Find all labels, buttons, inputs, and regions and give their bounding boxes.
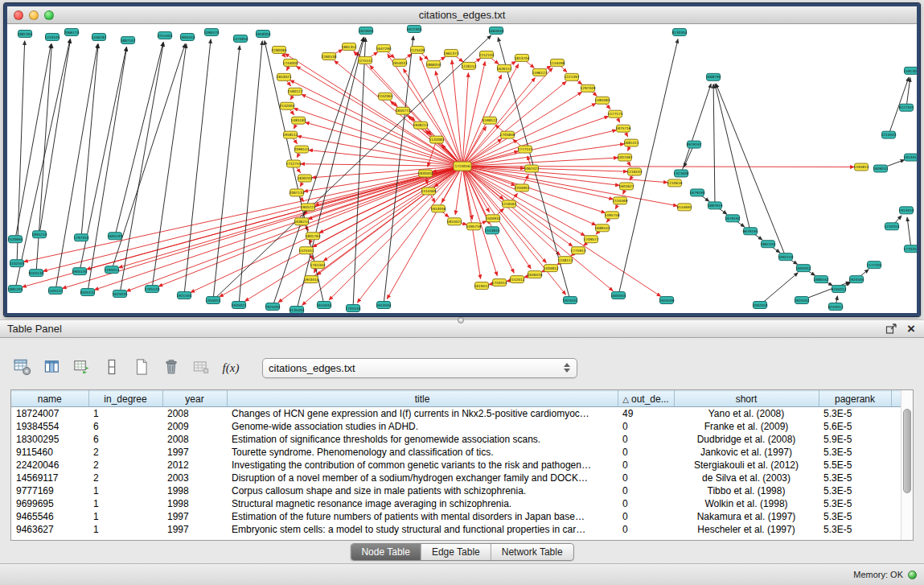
graph-node[interactable]: 2142004: [279, 102, 294, 109]
graph-node[interactable]: 1913450: [898, 207, 914, 214]
graph-node[interactable]: 1177205: [866, 262, 881, 269]
window-close-button[interactable]: [14, 10, 23, 20]
window-titlebar[interactable]: citations_edges.txt: [7, 6, 917, 24]
graph-node[interactable]: 1861504: [760, 241, 775, 248]
graph-node[interactable]: 2275141: [357, 56, 372, 64]
graph-node[interactable]: 1712755: [285, 160, 301, 167]
table-row[interactable]: 946362711997Embryonic stem cells: a mode…: [11, 523, 901, 536]
window-minimize-button[interactable]: [29, 10, 39, 20]
graph-node[interactable]: 1154469: [612, 197, 627, 204]
graph-node[interactable]: 2066170: [64, 28, 79, 35]
graph-node[interactable]: 1924502: [794, 297, 809, 304]
graph-node[interactable]: 1866050: [425, 60, 441, 68]
graph-node[interactable]: 1321608: [673, 170, 688, 177]
graph-node[interactable]: 1601627: [618, 183, 634, 190]
graph-node[interactable]: 1404812: [543, 265, 558, 272]
table-row[interactable]: 969969511998Structural magnetic resonanc…: [11, 497, 901, 510]
table-row[interactable]: 911546021997Tourette syndrome. Phenomeno…: [11, 446, 901, 459]
graph-node[interactable]: 1905723: [300, 204, 315, 211]
graph-node[interactable]: 1861352: [341, 43, 356, 50]
graph-node[interactable]: 1598122: [482, 117, 497, 124]
graph-node[interactable]: 9245013: [827, 303, 843, 311]
graph-node[interactable]: 1680542: [813, 276, 828, 283]
panel-resize-grip[interactable]: [458, 317, 464, 323]
table-row[interactable]: 1830029562008Estimation of significance …: [11, 433, 901, 446]
graph-node[interactable]: 1226152: [461, 62, 476, 69]
graph-node[interactable]: 9505130: [28, 270, 43, 277]
graph-node[interactable]: 1446287: [91, 33, 106, 40]
graph-node[interactable]: 1770354: [903, 245, 917, 253]
graph-node[interactable]: 1646416: [527, 271, 542, 278]
graph-node[interactable]: 1577175: [607, 110, 622, 117]
graph-node[interactable]: 1797310: [73, 234, 88, 241]
graph-node[interactable]: 1636214: [294, 218, 309, 225]
tab-node-table[interactable]: Node Table: [351, 544, 421, 560]
table-options-button[interactable]: [11, 356, 34, 379]
graph-node[interactable]: 1913453: [903, 154, 917, 161]
graph-node[interactable]: 1210354: [884, 223, 899, 230]
graph-node[interactable]: 1154498: [549, 59, 565, 66]
column-header-in_degree[interactable]: in_degree: [88, 391, 162, 407]
tab-network-table[interactable]: Network Table: [491, 544, 573, 560]
graph-node[interactable]: 1844772: [395, 107, 410, 114]
graph-node[interactable]: 1297349: [580, 84, 595, 92]
choose-columns-button[interactable]: [41, 356, 64, 379]
graph-node[interactable]: 2520695: [7, 236, 23, 243]
column-header-out_degree[interactable]: △out_de...: [618, 391, 674, 407]
graph-node[interactable]: 1626157: [496, 64, 511, 72]
graph-node[interactable]: 2242063: [377, 93, 392, 100]
graph-node[interactable]: 7925404: [265, 303, 280, 311]
graph-node[interactable]: 1875716: [615, 125, 630, 132]
graph-node[interactable]: 9245012: [831, 286, 846, 293]
graph-node[interactable]: 9135404: [289, 307, 304, 313]
graph-node[interactable]: 1092450: [752, 302, 767, 309]
column-header-year[interactable]: year: [162, 391, 227, 407]
graph-node[interactable]: 2152412: [509, 276, 524, 283]
graph-node[interactable]: 1824604: [358, 27, 373, 34]
graph-node[interactable]: 1668794: [705, 73, 721, 80]
graph-node[interactable]: 8130304: [671, 28, 687, 35]
graph-node[interactable]: 9154691: [676, 204, 692, 211]
graph-node[interactable]: 1591304: [903, 67, 917, 74]
graph-node[interactable]: 1881304: [17, 30, 32, 37]
graph-node[interactable]: 1210616: [667, 179, 682, 187]
graph-node[interactable]: 1761344: [310, 262, 325, 269]
table-row[interactable]: 1938455462009Genome-wide association stu…: [11, 420, 901, 433]
graph-node[interactable]: 1619412: [474, 282, 489, 290]
graph-node[interactable]: 1505137: [47, 287, 63, 295]
graph-node[interactable]: 1615044: [316, 302, 331, 309]
graph-node[interactable]: 1474850: [232, 35, 248, 42]
graph-node[interactable]: 1681411: [623, 139, 639, 146]
graph-node[interactable]: 1709577: [583, 236, 598, 243]
graph-node[interactable]: 1904410: [179, 33, 195, 40]
column-header-title[interactable]: title: [227, 391, 618, 407]
graph-node[interactable]: 1830202: [297, 175, 312, 182]
table-row[interactable]: 1872400712008Changes of HCN gene express…: [11, 407, 901, 421]
graph-node[interactable]: 1092150: [778, 253, 793, 261]
table-scrollbar[interactable]: [901, 390, 913, 540]
graph-node[interactable]: 1954033: [392, 59, 407, 66]
graph-node[interactable]: 1485083: [594, 97, 610, 104]
graph-node[interactable]: 1924509: [659, 297, 674, 304]
graph-node[interactable]: 1924501: [562, 297, 577, 304]
graph-node[interactable]: 1525441: [298, 247, 314, 254]
graph-node[interactable]: 1775913: [570, 247, 585, 254]
graph-node[interactable]: 1067427: [524, 165, 539, 172]
graph-node[interactable]: 1560127: [287, 88, 302, 95]
graph-node[interactable]: 1679192: [725, 215, 740, 222]
graph-node[interactable]: 9227341: [898, 104, 914, 111]
close-panel-icon[interactable]: ×: [906, 323, 917, 335]
graph-node[interactable]: 2212104: [478, 51, 494, 58]
graph-hub-node[interactable]: 1724056: [454, 162, 471, 171]
graph-node[interactable]: 1881205: [7, 286, 23, 293]
graph-node[interactable]: 2125439: [409, 46, 425, 53]
function-builder-button[interactable]: f(x): [220, 356, 242, 379]
graph-node[interactable]: 2204907: [514, 184, 529, 192]
graph-node[interactable]: 1664640: [488, 27, 503, 34]
graph-node[interactable]: 1887107: [120, 36, 135, 43]
graph-node[interactable]: 1514469: [421, 187, 436, 195]
network-view-window[interactable]: citations_edges.txt 17240562280084174400…: [4, 3, 920, 316]
graph-node[interactable]: 1777141: [517, 146, 532, 153]
graph-node[interactable]: 1653046: [430, 205, 446, 212]
new-column-button[interactable]: [130, 356, 153, 379]
